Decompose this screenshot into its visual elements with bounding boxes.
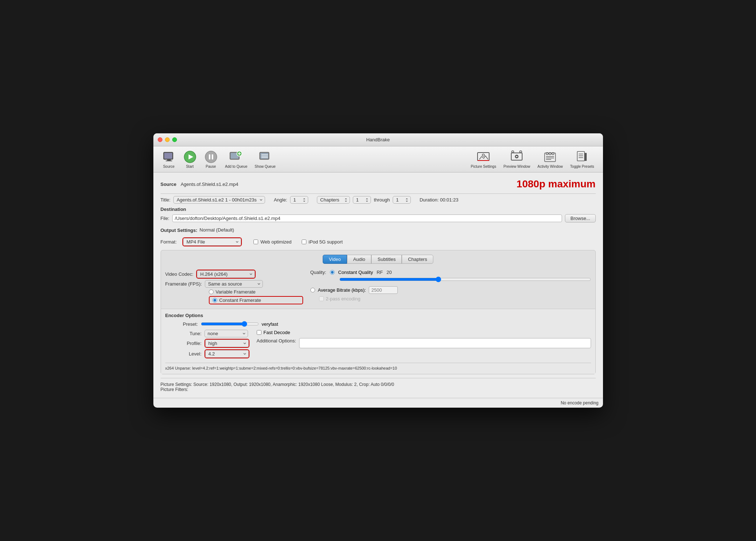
format-select[interactable]: MP4 File: [183, 238, 241, 246]
twopass-row: 2-pass encoding: [319, 296, 591, 301]
format-select-wrapper: MP4 File: [182, 237, 242, 246]
activity-window-label: Activity Window: [537, 165, 563, 168]
through-label: through: [374, 197, 390, 203]
web-optimized-label: Web optimized: [260, 239, 292, 245]
average-bitrate-label: Average Bitrate (kbps):: [318, 287, 366, 293]
close-button[interactable]: [158, 137, 162, 142]
source-row: Source Agents.of.Shield.s1.e2.mp4 1080p …: [161, 178, 596, 190]
quality-row: Quality: Constant Quality RF 20: [310, 270, 591, 275]
source-button[interactable]: Source: [159, 149, 179, 170]
profile-select-wrapper: high: [205, 339, 249, 348]
video-left: Video Codec: H.264 (x264) Framerate (FPS…: [165, 268, 303, 306]
picture-settings-line2: Picture Filters:: [161, 387, 596, 392]
profile-row: Profile: high: [183, 339, 249, 348]
titlebar: HandBrake: [153, 133, 603, 146]
activity-window-icon: [543, 150, 557, 164]
quality-label: Quality:: [310, 270, 326, 275]
file-label: File:: [161, 216, 170, 221]
toolbar: Source Start Pause: [153, 146, 603, 172]
tab-video[interactable]: Video: [323, 255, 347, 264]
source-icon: [162, 150, 176, 164]
additional-options-row: Additional Options:: [257, 338, 591, 360]
fast-decode-checkbox[interactable]: [257, 330, 261, 335]
chapters-select[interactable]: Chapters: [317, 196, 350, 204]
preview-window-button[interactable]: Preview Window: [500, 149, 533, 170]
picture-settings-button[interactable]: Picture Settings: [468, 149, 499, 170]
picture-settings-line1: Picture Settings: Source: 1920x1080, Out…: [161, 382, 596, 387]
rf-slider-row: [339, 276, 591, 283]
ipod-row: iPod 5G support: [302, 239, 343, 245]
source-label: Source: [163, 165, 175, 168]
svg-rect-40: [584, 153, 587, 161]
video-content: Video Codec: H.264 (x264) Framerate (FPS…: [165, 268, 591, 306]
bitrate-row: Average Bitrate (kbps):: [310, 286, 591, 294]
web-optimized-checkbox[interactable]: [253, 240, 258, 244]
constant-framerate-label: Constant Framerate: [219, 297, 261, 303]
fast-decode-row: Fast Decode: [257, 330, 591, 335]
constant-quality-radio[interactable]: [330, 270, 335, 275]
tab-subtitles[interactable]: Subtitles: [371, 255, 402, 264]
fullscreen-button[interactable]: [172, 137, 177, 142]
constant-framerate-row: Constant Framerate: [209, 296, 303, 304]
tab-audio[interactable]: Audio: [347, 255, 371, 264]
format-label: Format:: [161, 239, 177, 245]
level-select-wrapper: 4.2: [205, 349, 249, 358]
tab-chapters[interactable]: Chapters: [402, 255, 433, 264]
level-select[interactable]: 4.2: [205, 350, 249, 358]
pause-icon: [204, 150, 218, 164]
chapters-from-select[interactable]: 1: [353, 196, 371, 204]
chapters-to-select[interactable]: 1: [393, 196, 411, 204]
title-select[interactable]: Agents.of.Shield.s1.e2 1 - 00h01m23s: [173, 196, 265, 204]
window-title: HandBrake: [366, 137, 390, 142]
rf-slider[interactable]: [339, 276, 591, 282]
rf-label: RF: [377, 270, 383, 275]
divider-1: [161, 193, 596, 194]
profile-select[interactable]: high: [205, 340, 249, 347]
ipod-checkbox[interactable]: [302, 240, 306, 244]
start-button[interactable]: Start: [180, 149, 200, 170]
browse-button[interactable]: Browse...: [565, 214, 595, 222]
picture-settings-info: Picture Settings: Source: 1920x1080, Out…: [161, 378, 596, 392]
minimize-button[interactable]: [165, 137, 170, 142]
angle-select[interactable]: 1: [290, 196, 308, 204]
fps-select[interactable]: Same as source: [205, 280, 263, 288]
ipod-label: iPod 5G support: [309, 239, 343, 245]
add-to-queue-label: Add to Queue: [225, 165, 248, 168]
rf-value: 20: [387, 270, 392, 275]
output-settings-label: Output Settings:: [161, 228, 198, 233]
angle-label: Angle:: [274, 197, 287, 203]
main-content: Source Agents.of.Shield.s1.e2.mp4 1080p …: [153, 172, 603, 398]
preset-slider[interactable]: [201, 321, 259, 327]
bitrate-input[interactable]: [369, 286, 398, 294]
constant-quality-label: Constant Quality: [338, 270, 373, 275]
toggle-presets-button[interactable]: Toggle Presets: [567, 149, 597, 170]
preview-window-label: Preview Window: [503, 165, 530, 168]
pause-button[interactable]: Pause: [201, 149, 221, 170]
title-label: Title:: [161, 197, 171, 203]
destination-row: File: Browse...: [161, 214, 596, 222]
constant-framerate-radio[interactable]: [212, 298, 217, 303]
resolution-banner: 1080p maximum: [517, 178, 596, 190]
variable-framerate-radio[interactable]: [209, 290, 214, 294]
pause-label: Pause: [206, 165, 216, 168]
show-queue-button[interactable]: Show Queue: [252, 149, 278, 170]
tabs-panel: Video Audio Subtitles Chapters Video Cod…: [161, 250, 596, 374]
duration-label: Duration: 00:01:23: [420, 197, 458, 203]
tune-select[interactable]: none: [205, 330, 248, 337]
additional-options-input[interactable]: [299, 338, 591, 348]
codec-row: Video Codec: H.264 (x264): [165, 270, 303, 279]
file-path-input[interactable]: [172, 215, 562, 222]
activity-window-button[interactable]: Activity Window: [534, 149, 566, 170]
codec-select[interactable]: H.264 (x264): [197, 270, 255, 278]
fps-row: Framerate (FPS): Same as source: [165, 280, 303, 288]
svg-rect-3: [166, 161, 172, 161]
additional-options-label: Additional Options:: [257, 338, 296, 344]
add-to-queue-icon: [229, 150, 243, 164]
average-bitrate-radio[interactable]: [310, 288, 315, 292]
x264-unparse-line: x264 Unparse: level=4.2:ref=1:weightp=1:…: [165, 363, 591, 370]
twopass-checkbox[interactable]: [319, 296, 324, 301]
video-right: Quality: Constant Quality RF 20 Average …: [310, 268, 591, 306]
tune-label: Tune:: [183, 331, 202, 336]
web-optimized-row: Web optimized: [253, 239, 292, 245]
add-to-queue-button[interactable]: Add to Queue: [222, 149, 251, 170]
